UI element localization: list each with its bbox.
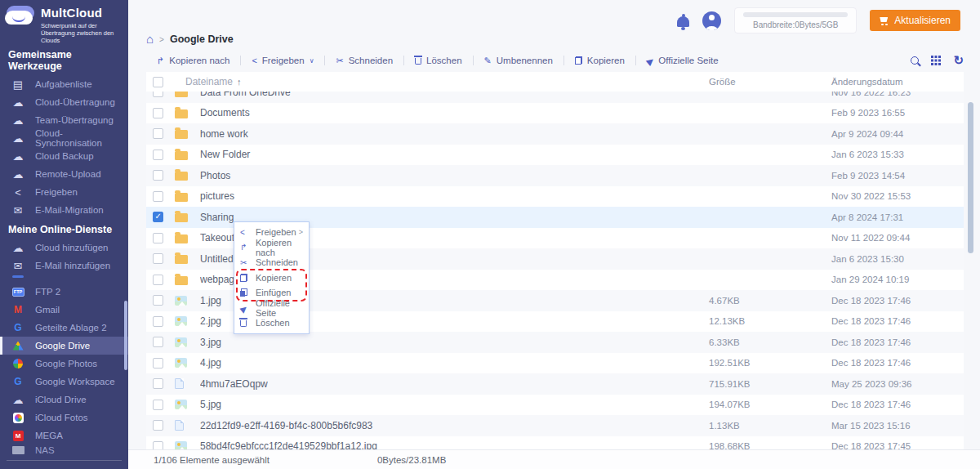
selection-count: 1/106 Elemente ausgewählt bbox=[154, 455, 270, 465]
table-row[interactable]: 58bd4fc9ebfccc1f2de419529bbf1a12.jpg 198… bbox=[146, 436, 964, 450]
sidebar-item-google-workspace[interactable]: G Google Workspace bbox=[0, 373, 128, 391]
sidebar-item-team-transfer[interactable]: ☁ Team-Übertragung bbox=[0, 111, 128, 129]
image-file-icon bbox=[175, 316, 189, 326]
sidebar-item-partial[interactable] bbox=[0, 275, 128, 283]
refresh-icon[interactable]: ↻ bbox=[953, 56, 964, 65]
row-checkbox[interactable] bbox=[153, 358, 163, 368]
menu-item-delete[interactable]: Löschen bbox=[234, 315, 309, 331]
sidebar-item-icloud-drive[interactable]: ☁ iCloud Drive bbox=[0, 391, 128, 409]
column-size[interactable]: Größe bbox=[709, 77, 831, 87]
brand[interactable]: MultCloud Schwerpunkt auf der Übertragun… bbox=[0, 0, 128, 44]
copy-button[interactable]: Kopieren bbox=[564, 56, 635, 65]
upgrade-button[interactable]: Aktualisieren bbox=[870, 10, 960, 31]
sidebar-item-gmail[interactable]: M Gmail bbox=[0, 301, 128, 319]
sidebar-scrollbar[interactable] bbox=[124, 301, 127, 370]
table-row[interactable]: 22d12fd9-e2ff-4169-bf4c-800b5b6fc983 1.1… bbox=[146, 415, 964, 436]
sidebar-item-invite-friends[interactable]: Freunde einladen bbox=[0, 464, 128, 469]
google-photos-icon bbox=[11, 357, 24, 370]
sidebar-item-ftp2[interactable]: FTP FTP 2 bbox=[0, 283, 128, 301]
home-icon[interactable]: ⌂ bbox=[146, 34, 154, 45]
sidebar-item-share[interactable]: < Freigeben bbox=[0, 183, 128, 201]
official-site-button[interactable]: ▶ Offizielle Seite bbox=[636, 56, 729, 66]
sidebar-item-nas[interactable]: NAS bbox=[0, 444, 128, 455]
row-checkbox[interactable] bbox=[153, 275, 163, 285]
menu-item-official-site[interactable]: ▶ Offizielle Seite bbox=[234, 301, 309, 316]
sidebar-item-shared-drive[interactable]: G Geteilte Ablage 2 bbox=[0, 319, 128, 337]
row-checkbox[interactable] bbox=[153, 316, 163, 327]
sidebar-item-cloud-backup[interactable]: ☁ Cloud Backup bbox=[0, 147, 128, 165]
row-checkbox[interactable] bbox=[153, 378, 163, 389]
row-checkbox[interactable] bbox=[153, 441, 163, 449]
menu-item-cut[interactable]: ✂ Schneiden bbox=[234, 255, 309, 270]
chevron-down-icon: ∨ bbox=[310, 57, 314, 65]
row-checkbox[interactable] bbox=[153, 337, 163, 347]
row-checkbox-checked[interactable] bbox=[153, 212, 163, 222]
sidebar-item-add-cloud[interactable]: ☁ Cloud hinzufügen bbox=[0, 239, 128, 257]
row-checkbox[interactable] bbox=[153, 108, 163, 118]
cart-icon bbox=[880, 16, 889, 25]
icloud-drive-icon: ☁ bbox=[11, 393, 24, 406]
table-scrollbar[interactable] bbox=[968, 102, 973, 253]
sidebar-item-google-photos[interactable]: Google Photos bbox=[0, 355, 128, 373]
row-checkbox[interactable] bbox=[153, 191, 163, 202]
sidebar-item-email-migration[interactable]: ✉ E-Mail-Migration bbox=[0, 201, 128, 219]
table-row[interactable]: 5.jpg 194.07KB Dec 18 2023 17:46 bbox=[146, 395, 964, 416]
sidebar-item-label: Google Drive bbox=[35, 341, 90, 351]
sidebar-item-remote-upload[interactable]: ☁ Remote-Upload bbox=[0, 165, 128, 183]
cut-button[interactable]: ✂ Schneiden bbox=[325, 56, 403, 66]
grid-view-icon[interactable] bbox=[931, 56, 941, 65]
paste-icon bbox=[240, 288, 249, 297]
table-row[interactable]: home work Apr 9 2024 09:44 bbox=[146, 123, 964, 145]
brand-title: MultCloud bbox=[41, 6, 122, 20]
row-checkbox[interactable] bbox=[153, 253, 163, 264]
sort-asc-icon[interactable]: ↑ bbox=[237, 77, 242, 87]
image-file-icon bbox=[175, 400, 189, 409]
row-checkbox[interactable] bbox=[153, 128, 163, 139]
table-row[interactable]: pictures Nov 30 2022 15:53 bbox=[146, 186, 964, 208]
image-file-icon bbox=[175, 358, 189, 368]
table-row[interactable]: Data From OneDrive Nov 16 2022 16:23 bbox=[146, 92, 964, 103]
breadcrumb-separator: > bbox=[159, 35, 164, 44]
bandwidth-meter: Bandbreite:0Bytes/5GB bbox=[734, 7, 857, 34]
sidebar-item-cloud-sync[interactable]: ☁ Cloud-Synchronisation bbox=[0, 129, 128, 147]
sidebar-item-label: Cloud hinzufügen bbox=[35, 243, 109, 252]
sidebar-item-mega[interactable]: M MEGA bbox=[0, 427, 128, 444]
row-checkbox[interactable] bbox=[153, 233, 163, 243]
menu-item-copy-to[interactable]: ↱ Kopieren nach bbox=[234, 240, 309, 256]
table-row[interactable]: 3.jpg 6.33KB Dec 18 2023 17:46 bbox=[146, 332, 964, 353]
add-email-icon: ✉ bbox=[11, 259, 24, 272]
column-date[interactable]: Änderungsdatum bbox=[831, 77, 964, 87]
table-row[interactable]: New Folder Jan 6 2023 15:33 bbox=[146, 145, 964, 166]
table-row[interactable]: Documents Feb 9 2023 16:55 bbox=[146, 103, 964, 124]
row-checkbox[interactable] bbox=[153, 170, 163, 181]
google-workspace-icon: G bbox=[11, 375, 24, 388]
delete-button[interactable]: Löschen bbox=[404, 56, 472, 65]
sidebar-item-cloud-transfer[interactable]: ☁ Cloud-Übertragung bbox=[0, 93, 128, 111]
table-row[interactable]: 4.jpg 192.51KB Dec 18 2023 17:46 bbox=[146, 353, 964, 374]
row-checkbox[interactable] bbox=[153, 150, 163, 160]
notifications-bell-icon[interactable] bbox=[677, 16, 689, 27]
icloud-photos-icon bbox=[11, 411, 24, 424]
select-all-checkbox[interactable] bbox=[153, 77, 163, 87]
row-checkbox[interactable] bbox=[153, 92, 163, 97]
user-avatar[interactable] bbox=[702, 11, 721, 30]
row-checkbox[interactable] bbox=[153, 400, 163, 410]
table-row[interactable]: Photos Feb 9 2023 14:54 bbox=[146, 165, 964, 186]
sidebar-item-google-drive[interactable]: Google Drive bbox=[0, 337, 128, 355]
share-button[interactable]: < Freigeben ∨ bbox=[241, 56, 324, 65]
image-file-icon bbox=[175, 337, 189, 347]
google-shared-drive-icon: G bbox=[11, 321, 24, 334]
sidebar-item-add-email[interactable]: ✉ E-Mail hinzufügen bbox=[0, 257, 128, 275]
table-row[interactable]: 4hmu7aEOqpw 715.91KB May 25 2023 09:36 bbox=[146, 373, 964, 395]
row-checkbox[interactable] bbox=[153, 420, 163, 431]
search-icon[interactable] bbox=[911, 56, 919, 65]
copy-to-button[interactable]: ↱ Kopieren nach bbox=[146, 56, 240, 66]
folder-icon bbox=[175, 108, 189, 118]
sidebar-item-tasklist[interactable]: ▤ Aufgabenliste bbox=[0, 75, 128, 93]
menu-item-copy[interactable]: Kopieren bbox=[234, 270, 309, 286]
rename-button[interactable]: ✎ Umbenennen bbox=[474, 56, 564, 66]
column-name[interactable]: Dateiname bbox=[185, 76, 233, 87]
row-checkbox[interactable] bbox=[153, 295, 163, 306]
folder-icon bbox=[175, 233, 189, 243]
sidebar-item-icloud-photos[interactable]: iCloud Fotos bbox=[0, 409, 128, 427]
